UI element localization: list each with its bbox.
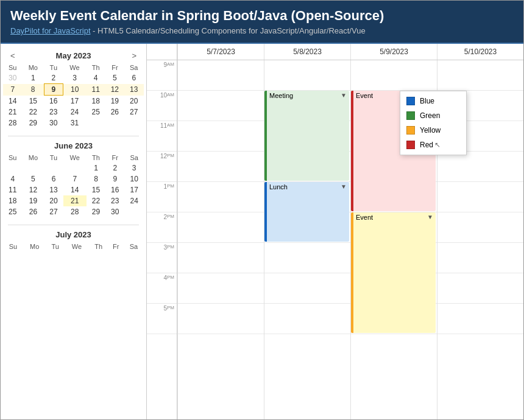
day-cell[interactable]: 28	[63, 206, 87, 217]
day-cell[interactable]: 19	[105, 96, 124, 107]
day-cell[interactable]	[178, 182, 264, 212]
day-cell[interactable]	[437, 273, 523, 304]
color-option-yellow[interactable]: Yellow	[400, 123, 466, 138]
day-cell[interactable]: 30	[105, 206, 124, 217]
day-cell[interactable]: 3	[124, 163, 144, 173]
day-cell[interactable]: 29	[22, 117, 44, 128]
time-slot-10am: 10AM	[147, 91, 177, 121]
day-cell[interactable]	[264, 60, 350, 91]
day-cell[interactable]	[437, 212, 523, 243]
day-cell[interactable]: 22	[22, 107, 44, 117]
prev-month-button[interactable]: <	[8, 51, 18, 60]
color-option-green[interactable]: Green	[400, 108, 466, 123]
day-cell[interactable]: 8	[22, 84, 44, 96]
day-cell[interactable]	[178, 60, 264, 91]
day-cell[interactable]: 15	[87, 184, 105, 195]
day-cell[interactable]: 5	[105, 72, 124, 84]
day-cell[interactable]: 3	[63, 72, 86, 84]
day-cell[interactable]: 31	[63, 117, 86, 128]
lunch-event[interactable]: Lunch ▼	[264, 182, 349, 242]
day-cell[interactable]: 17	[63, 96, 86, 107]
day-cell[interactable]: 21	[3, 107, 22, 117]
day-cell[interactable]: 1	[87, 163, 105, 173]
day-cell[interactable]: 13	[44, 184, 63, 195]
day-cell[interactable]: 23	[105, 195, 124, 206]
day-cell[interactable]: 14	[3, 96, 22, 107]
day-cell[interactable]: 18	[87, 96, 105, 107]
day-cell[interactable]: 27	[124, 107, 144, 117]
day-cell[interactable]: 6	[44, 173, 63, 184]
day-cell[interactable]: 29	[87, 206, 105, 217]
day-cell[interactable]: 1	[22, 72, 44, 84]
daypilot-link[interactable]: DayPilot for JavaScript	[10, 26, 91, 35]
today-cell[interactable]: 9	[44, 84, 63, 96]
event2-arrow[interactable]: ▼	[427, 214, 433, 220]
day-cell[interactable]: 10	[124, 173, 144, 184]
day-cell[interactable]: 4	[3, 173, 23, 184]
day-cell[interactable]: 20	[124, 96, 144, 107]
day-cell[interactable]: 7	[63, 173, 87, 184]
day-cell[interactable]: 19	[23, 195, 44, 206]
day-cell[interactable]: 16	[44, 96, 63, 107]
day-cell[interactable]	[178, 273, 264, 304]
day-cell[interactable]	[437, 152, 523, 182]
day-cell[interactable]	[437, 243, 523, 273]
event2[interactable]: Event ▼	[351, 212, 436, 333]
day-cell[interactable]: 26	[105, 107, 124, 117]
day-cell[interactable]: 30	[3, 72, 22, 84]
day-cell[interactable]: 22	[87, 195, 105, 206]
day-cell[interactable]	[437, 304, 523, 334]
day-cell[interactable]	[178, 91, 264, 121]
day-cell[interactable]: 11	[87, 84, 105, 96]
day-cell[interactable]: 26	[23, 206, 44, 217]
day-cell[interactable]	[264, 243, 350, 273]
day-cell[interactable]: 30	[44, 117, 63, 128]
day-cell[interactable]: 2	[105, 163, 124, 173]
day-cell[interactable]: 25	[3, 206, 23, 217]
day-cell[interactable]	[264, 273, 350, 304]
day-cell[interactable]	[178, 121, 264, 152]
day-cell[interactable]: 24	[124, 195, 144, 206]
day-cell[interactable]: 17	[124, 184, 144, 195]
day-header-3: 5/9/2023	[350, 44, 437, 60]
color-option-blue[interactable]: Blue	[400, 94, 466, 108]
day-cell[interactable]: 21	[63, 195, 87, 206]
day-cell[interactable]	[178, 152, 264, 182]
day-cell[interactable]: 27	[44, 206, 63, 217]
day-cell[interactable]: 11	[3, 184, 23, 195]
day-cell[interactable]: 2	[44, 72, 63, 84]
day-cell[interactable]: 5	[23, 173, 44, 184]
day-cell[interactable]: 9	[105, 173, 124, 184]
day-cell[interactable]: 28	[3, 117, 22, 128]
day-cell[interactable]: 12	[105, 84, 124, 96]
day-cell[interactable]: 24	[63, 107, 86, 117]
day-cell[interactable]: 8	[87, 173, 105, 184]
day-cell[interactable]: 7	[3, 84, 22, 96]
day-cell[interactable]: 15	[22, 96, 44, 107]
day-cell[interactable]	[178, 304, 264, 334]
day-cell[interactable]: 10	[63, 84, 86, 96]
day-cell[interactable]	[351, 60, 437, 91]
day-cell[interactable]	[178, 243, 264, 273]
meeting-event[interactable]: Meeting ▼	[264, 91, 349, 181]
day-cell	[44, 163, 63, 173]
day-cell[interactable]	[264, 304, 350, 334]
day-cell[interactable]: 12	[23, 184, 44, 195]
day-cell[interactable]: 16	[105, 184, 124, 195]
day-cell[interactable]: 14	[63, 184, 87, 195]
day-cell[interactable]	[178, 212, 264, 243]
day-cell[interactable]	[437, 182, 523, 212]
next-month-button[interactable]: >	[129, 51, 139, 60]
day-cell[interactable]: 18	[3, 195, 23, 206]
color-dropdown[interactable]: Blue Green Yellow	[400, 91, 467, 155]
day-cell[interactable]: 6	[124, 72, 144, 84]
day-cell[interactable]: 25	[87, 107, 105, 117]
color-option-red[interactable]: Red ↖	[400, 138, 466, 152]
meeting-event-arrow[interactable]: ▼	[341, 92, 347, 99]
lunch-event-arrow[interactable]: ▼	[341, 183, 347, 190]
day-cell[interactable]	[437, 60, 523, 91]
day-cell[interactable]: 23	[44, 107, 63, 117]
day-cell[interactable]: 13	[124, 84, 144, 96]
day-cell[interactable]: 20	[44, 195, 63, 206]
day-cell[interactable]: 4	[87, 72, 105, 84]
